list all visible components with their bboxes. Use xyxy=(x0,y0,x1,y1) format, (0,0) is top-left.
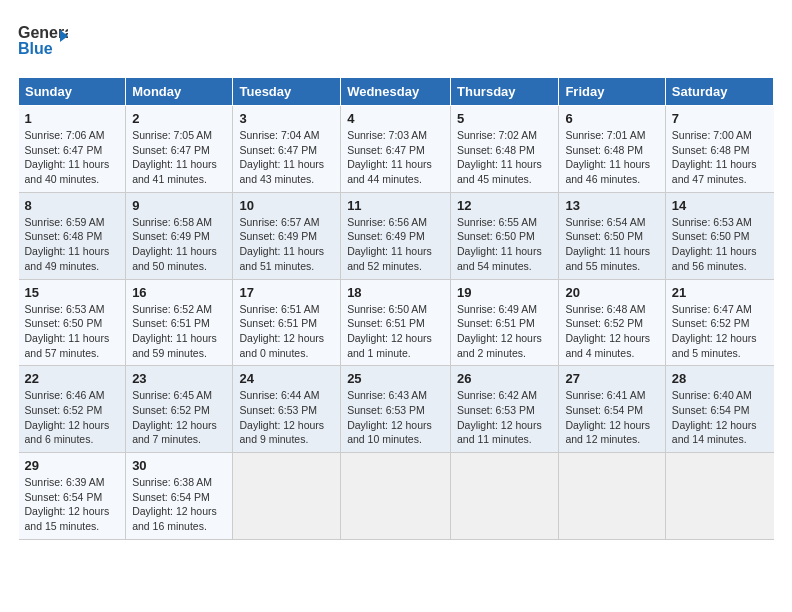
calendar-header-saturday: Saturday xyxy=(665,78,773,106)
calendar-cell: 8Sunrise: 6:59 AMSunset: 6:48 PMDaylight… xyxy=(19,192,126,279)
day-info: Sunrise: 6:39 AMSunset: 6:54 PMDaylight:… xyxy=(25,475,120,534)
day-number: 8 xyxy=(25,198,120,213)
day-info: Sunrise: 6:38 AMSunset: 6:54 PMDaylight:… xyxy=(132,475,226,534)
calendar-cell: 6Sunrise: 7:01 AMSunset: 6:48 PMDaylight… xyxy=(559,106,665,193)
calendar-cell: 14Sunrise: 6:53 AMSunset: 6:50 PMDayligh… xyxy=(665,192,773,279)
day-info: Sunrise: 6:40 AMSunset: 6:54 PMDaylight:… xyxy=(672,388,768,447)
day-number: 5 xyxy=(457,111,552,126)
day-number: 28 xyxy=(672,371,768,386)
day-number: 25 xyxy=(347,371,444,386)
day-info: Sunrise: 7:03 AMSunset: 6:47 PMDaylight:… xyxy=(347,128,444,187)
day-info: Sunrise: 6:53 AMSunset: 6:50 PMDaylight:… xyxy=(672,215,768,274)
calendar-table: SundayMondayTuesdayWednesdayThursdayFrid… xyxy=(18,77,774,540)
calendar-cell: 23Sunrise: 6:45 AMSunset: 6:52 PMDayligh… xyxy=(126,366,233,453)
day-number: 12 xyxy=(457,198,552,213)
day-info: Sunrise: 6:44 AMSunset: 6:53 PMDaylight:… xyxy=(239,388,334,447)
calendar-header-row: SundayMondayTuesdayWednesdayThursdayFrid… xyxy=(19,78,774,106)
calendar-cell: 13Sunrise: 6:54 AMSunset: 6:50 PMDayligh… xyxy=(559,192,665,279)
calendar-cell: 7Sunrise: 7:00 AMSunset: 6:48 PMDaylight… xyxy=(665,106,773,193)
calendar-cell: 19Sunrise: 6:49 AMSunset: 6:51 PMDayligh… xyxy=(451,279,559,366)
calendar-week-row: 29Sunrise: 6:39 AMSunset: 6:54 PMDayligh… xyxy=(19,453,774,540)
calendar-cell: 29Sunrise: 6:39 AMSunset: 6:54 PMDayligh… xyxy=(19,453,126,540)
day-number: 9 xyxy=(132,198,226,213)
calendar-header-monday: Monday xyxy=(126,78,233,106)
day-number: 21 xyxy=(672,285,768,300)
day-info: Sunrise: 6:52 AMSunset: 6:51 PMDaylight:… xyxy=(132,302,226,361)
day-number: 22 xyxy=(25,371,120,386)
calendar-cell: 22Sunrise: 6:46 AMSunset: 6:52 PMDayligh… xyxy=(19,366,126,453)
day-number: 4 xyxy=(347,111,444,126)
day-number: 23 xyxy=(132,371,226,386)
calendar-cell: 10Sunrise: 6:57 AMSunset: 6:49 PMDayligh… xyxy=(233,192,341,279)
day-info: Sunrise: 7:04 AMSunset: 6:47 PMDaylight:… xyxy=(239,128,334,187)
day-info: Sunrise: 6:54 AMSunset: 6:50 PMDaylight:… xyxy=(565,215,658,274)
svg-text:Blue: Blue xyxy=(18,40,53,57)
calendar-header-sunday: Sunday xyxy=(19,78,126,106)
day-number: 2 xyxy=(132,111,226,126)
logo: General Blue xyxy=(18,18,68,67)
day-number: 19 xyxy=(457,285,552,300)
day-info: Sunrise: 6:56 AMSunset: 6:49 PMDaylight:… xyxy=(347,215,444,274)
day-info: Sunrise: 6:41 AMSunset: 6:54 PMDaylight:… xyxy=(565,388,658,447)
day-info: Sunrise: 6:42 AMSunset: 6:53 PMDaylight:… xyxy=(457,388,552,447)
calendar-cell: 11Sunrise: 6:56 AMSunset: 6:49 PMDayligh… xyxy=(341,192,451,279)
day-info: Sunrise: 7:02 AMSunset: 6:48 PMDaylight:… xyxy=(457,128,552,187)
calendar-cell: 1Sunrise: 7:06 AMSunset: 6:47 PMDaylight… xyxy=(19,106,126,193)
calendar-cell: 17Sunrise: 6:51 AMSunset: 6:51 PMDayligh… xyxy=(233,279,341,366)
day-number: 16 xyxy=(132,285,226,300)
calendar-header-wednesday: Wednesday xyxy=(341,78,451,106)
day-info: Sunrise: 6:55 AMSunset: 6:50 PMDaylight:… xyxy=(457,215,552,274)
day-number: 30 xyxy=(132,458,226,473)
day-info: Sunrise: 7:00 AMSunset: 6:48 PMDaylight:… xyxy=(672,128,768,187)
calendar-cell xyxy=(665,453,773,540)
day-number: 7 xyxy=(672,111,768,126)
calendar-cell: 2Sunrise: 7:05 AMSunset: 6:47 PMDaylight… xyxy=(126,106,233,193)
day-number: 17 xyxy=(239,285,334,300)
calendar-cell: 25Sunrise: 6:43 AMSunset: 6:53 PMDayligh… xyxy=(341,366,451,453)
calendar-cell: 21Sunrise: 6:47 AMSunset: 6:52 PMDayligh… xyxy=(665,279,773,366)
calendar-cell: 4Sunrise: 7:03 AMSunset: 6:47 PMDaylight… xyxy=(341,106,451,193)
day-info: Sunrise: 6:50 AMSunset: 6:51 PMDaylight:… xyxy=(347,302,444,361)
day-info: Sunrise: 6:46 AMSunset: 6:52 PMDaylight:… xyxy=(25,388,120,447)
day-info: Sunrise: 6:49 AMSunset: 6:51 PMDaylight:… xyxy=(457,302,552,361)
day-info: Sunrise: 6:45 AMSunset: 6:52 PMDaylight:… xyxy=(132,388,226,447)
day-number: 10 xyxy=(239,198,334,213)
day-number: 18 xyxy=(347,285,444,300)
calendar-cell: 18Sunrise: 6:50 AMSunset: 6:51 PMDayligh… xyxy=(341,279,451,366)
day-info: Sunrise: 6:58 AMSunset: 6:49 PMDaylight:… xyxy=(132,215,226,274)
calendar-cell xyxy=(341,453,451,540)
calendar-header-tuesday: Tuesday xyxy=(233,78,341,106)
calendar-cell: 26Sunrise: 6:42 AMSunset: 6:53 PMDayligh… xyxy=(451,366,559,453)
day-number: 26 xyxy=(457,371,552,386)
day-number: 20 xyxy=(565,285,658,300)
calendar-cell: 24Sunrise: 6:44 AMSunset: 6:53 PMDayligh… xyxy=(233,366,341,453)
calendar-header-friday: Friday xyxy=(559,78,665,106)
calendar-cell: 15Sunrise: 6:53 AMSunset: 6:50 PMDayligh… xyxy=(19,279,126,366)
calendar-cell: 28Sunrise: 6:40 AMSunset: 6:54 PMDayligh… xyxy=(665,366,773,453)
calendar-week-row: 1Sunrise: 7:06 AMSunset: 6:47 PMDaylight… xyxy=(19,106,774,193)
day-number: 3 xyxy=(239,111,334,126)
day-info: Sunrise: 6:47 AMSunset: 6:52 PMDaylight:… xyxy=(672,302,768,361)
calendar-week-row: 22Sunrise: 6:46 AMSunset: 6:52 PMDayligh… xyxy=(19,366,774,453)
calendar-cell xyxy=(451,453,559,540)
logo-icon: General Blue xyxy=(18,18,68,63)
calendar-cell: 12Sunrise: 6:55 AMSunset: 6:50 PMDayligh… xyxy=(451,192,559,279)
page: General Blue SundayMondayTuesdayWednesda… xyxy=(0,0,792,612)
day-info: Sunrise: 6:59 AMSunset: 6:48 PMDaylight:… xyxy=(25,215,120,274)
day-number: 11 xyxy=(347,198,444,213)
calendar-cell: 5Sunrise: 7:02 AMSunset: 6:48 PMDaylight… xyxy=(451,106,559,193)
calendar-week-row: 8Sunrise: 6:59 AMSunset: 6:48 PMDaylight… xyxy=(19,192,774,279)
calendar-cell xyxy=(559,453,665,540)
day-info: Sunrise: 6:48 AMSunset: 6:52 PMDaylight:… xyxy=(565,302,658,361)
day-number: 14 xyxy=(672,198,768,213)
day-number: 24 xyxy=(239,371,334,386)
calendar-cell: 27Sunrise: 6:41 AMSunset: 6:54 PMDayligh… xyxy=(559,366,665,453)
calendar-cell: 3Sunrise: 7:04 AMSunset: 6:47 PMDaylight… xyxy=(233,106,341,193)
calendar-cell: 16Sunrise: 6:52 AMSunset: 6:51 PMDayligh… xyxy=(126,279,233,366)
calendar-header-thursday: Thursday xyxy=(451,78,559,106)
day-number: 6 xyxy=(565,111,658,126)
calendar-cell: 9Sunrise: 6:58 AMSunset: 6:49 PMDaylight… xyxy=(126,192,233,279)
day-info: Sunrise: 6:51 AMSunset: 6:51 PMDaylight:… xyxy=(239,302,334,361)
calendar-cell: 20Sunrise: 6:48 AMSunset: 6:52 PMDayligh… xyxy=(559,279,665,366)
day-number: 1 xyxy=(25,111,120,126)
